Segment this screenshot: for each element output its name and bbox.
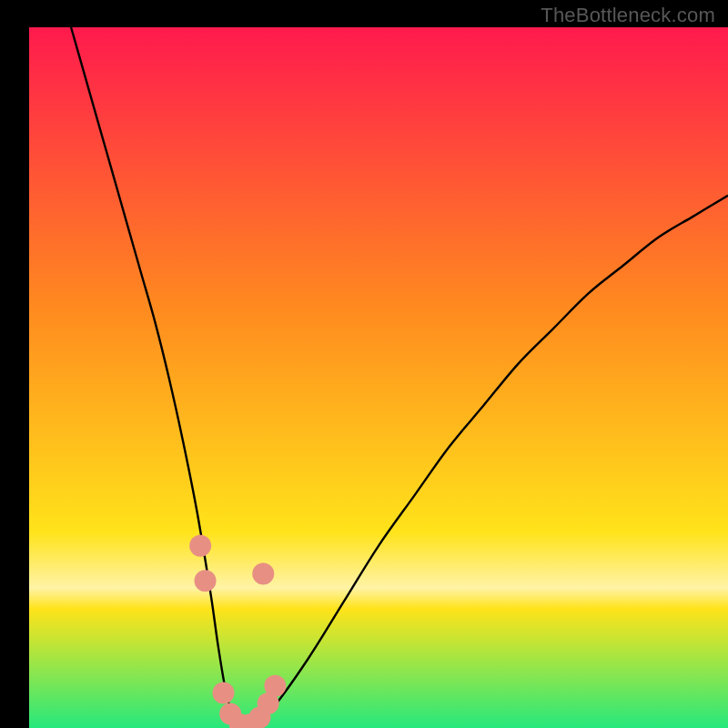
chart-svg [0,0,728,728]
data-marker [264,675,286,697]
chart-stage: TheBottleneck.com [0,0,728,728]
plot-background [29,27,728,728]
data-marker [189,535,211,557]
data-marker [252,563,274,585]
data-marker [195,570,217,592]
data-marker [213,682,235,704]
